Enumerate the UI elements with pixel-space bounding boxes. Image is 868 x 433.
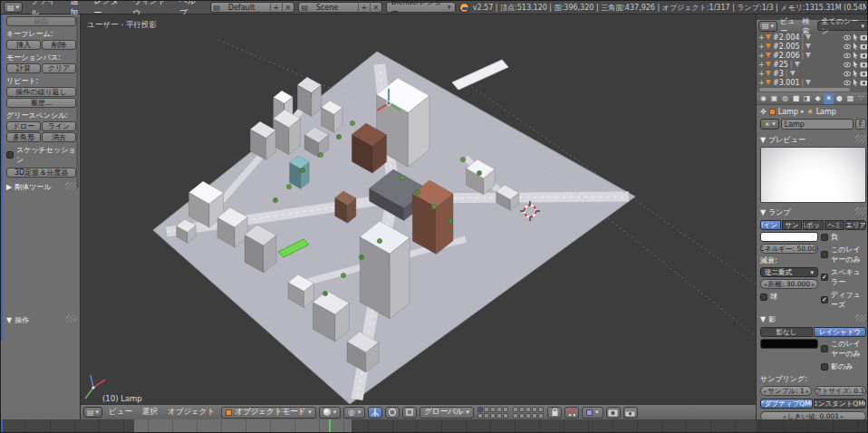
select-menu[interactable]: 選択 xyxy=(139,407,161,418)
manipulator-translate-button[interactable] xyxy=(368,407,382,419)
object-name[interactable]: #2.006 xyxy=(773,52,800,60)
camera-icon[interactable] xyxy=(860,62,868,68)
cursor-icon[interactable] xyxy=(853,52,858,59)
lamp-type-spot[interactable]: スポット xyxy=(803,220,824,230)
datablock-name-field[interactable]: Lamp xyxy=(781,119,854,130)
outliner-item[interactable]: +#3.001| xyxy=(758,78,868,87)
add-scene-button[interactable]: + xyxy=(358,2,370,13)
diffuse-checkbox[interactable]: ✓ xyxy=(821,296,828,303)
3d-viewport[interactable]: ユーザー・平行投影 (10) Lamp ▤ ▾ ビュー 選択 オブジェクト オブ… xyxy=(81,14,756,419)
cursor-icon[interactable] xyxy=(853,34,858,41)
breadcrumb-object[interactable]: Lamp xyxy=(778,108,798,116)
transform-orientation-dropdown[interactable]: グローバル ▾ xyxy=(420,407,474,419)
layer-toggle[interactable] xyxy=(490,407,496,412)
rigid-body-panel-header[interactable]: ▶ 剛体ツール xyxy=(6,182,76,192)
scene-selector[interactable]: ▤ Scene + × xyxy=(298,2,382,13)
outliner-scope-dropdown[interactable]: 全てのシーン ▾ xyxy=(817,21,868,31)
cursor-icon[interactable] xyxy=(853,79,858,86)
breadcrumb-data[interactable]: Lamp xyxy=(816,108,836,116)
negative-checkbox[interactable] xyxy=(821,234,828,241)
tab-object[interactable]: ■ xyxy=(791,93,801,104)
decrease-icon[interactable]: ◂ xyxy=(763,388,766,394)
operator-panel-header[interactable]: ▼ 操作 xyxy=(6,315,77,325)
adaptive-qmc-button[interactable]: アダプティブQMC xyxy=(760,399,813,409)
outliner-item[interactable]: +#3| xyxy=(758,69,868,78)
manipulator-rotate-button[interactable] xyxy=(385,407,400,419)
scene-browse-icon[interactable]: ▤ xyxy=(299,2,311,13)
increase-icon[interactable]: ▸ xyxy=(812,281,815,287)
this-layer-only-checkbox[interactable] xyxy=(821,251,828,258)
cursor-icon[interactable] xyxy=(853,61,858,68)
outliner-item[interactable]: +#2.005| xyxy=(758,42,868,51)
no-shadow-button[interactable]: 影なし xyxy=(760,327,813,337)
outliner-editor-type-button[interactable]: ▤ ▾ xyxy=(758,21,777,32)
insert-keyframe-button[interactable]: 挿入 xyxy=(6,40,41,50)
layer-toggle[interactable] xyxy=(503,413,508,419)
snap-toggle-button[interactable] xyxy=(564,407,579,419)
screen-browse-icon[interactable]: ▤ xyxy=(211,2,223,13)
specular-checkbox[interactable]: ✓ xyxy=(821,274,828,281)
delete-scene-button[interactable]: × xyxy=(370,2,381,13)
increase-icon[interactable]: ▸ xyxy=(841,413,844,419)
tab-world[interactable]: ◍ xyxy=(780,93,790,104)
only-shadow-checkbox[interactable] xyxy=(821,363,828,370)
object-name[interactable]: #3 xyxy=(773,70,784,78)
layer-toggle[interactable] xyxy=(503,407,508,412)
camera-icon[interactable] xyxy=(860,34,868,41)
samples-field[interactable]: ◂ サンプル: 1 ▸ xyxy=(760,386,812,396)
eye-icon[interactable] xyxy=(844,62,851,68)
lamp-browse-button[interactable]: ☀ ▾ xyxy=(760,119,779,130)
decrease-icon[interactable]: ◂ xyxy=(783,413,786,419)
lamp-type-sun[interactable]: サン xyxy=(782,220,803,230)
tab-constraints[interactable]: ◨ xyxy=(802,93,812,104)
layer-toggle[interactable] xyxy=(532,413,537,419)
fake-user-button[interactable]: F xyxy=(855,119,866,130)
panel-grip[interactable] xyxy=(855,135,866,142)
layer-toggle[interactable] xyxy=(513,407,518,412)
layer-toggle[interactable] xyxy=(477,413,483,419)
panel-grip[interactable] xyxy=(855,207,866,215)
gpencil-erase-button[interactable]: 消去 xyxy=(42,132,76,142)
expand-icon[interactable]: + xyxy=(758,70,764,78)
layer-toggle[interactable] xyxy=(497,407,502,412)
lamp-type-hemi[interactable]: ヘミ xyxy=(825,220,845,230)
preview-panel-header[interactable]: ▼ プレビュー xyxy=(760,135,866,145)
ruler-protractor-button[interactable]: 3D定規＆分度器 xyxy=(6,168,76,178)
ray-shadow-button[interactable]: レイシャドウ xyxy=(814,327,866,337)
eye-icon[interactable] xyxy=(844,80,851,86)
eye-icon[interactable] xyxy=(844,34,851,41)
object-name[interactable]: #2.005 xyxy=(773,43,800,51)
distance-field[interactable]: ◂ 距離: 30.000 ▸ xyxy=(760,279,818,289)
screen-name[interactable]: Default xyxy=(223,4,270,12)
tab-render[interactable]: ◉ xyxy=(758,93,768,104)
lamp-type-point[interactable]: ポイント xyxy=(760,220,781,230)
tab-texture[interactable]: ▩ xyxy=(845,93,855,104)
layer-toggle[interactable] xyxy=(497,413,502,419)
expand-icon[interactable]: + xyxy=(758,34,764,42)
layer-toggle[interactable] xyxy=(532,407,537,412)
constant-qmc-button[interactable]: コンスタントQMC xyxy=(814,399,866,409)
cursor-icon[interactable] xyxy=(853,70,858,77)
eye-icon[interactable] xyxy=(844,53,851,59)
energy-field[interactable]: ◂ エネルギー: 50.000 ▸ xyxy=(760,244,818,254)
camera-icon[interactable] xyxy=(860,71,868,77)
history-button[interactable]: 履歴... xyxy=(6,98,76,108)
mode-dropdown[interactable]: オブジェクトモード ▾ xyxy=(221,407,316,419)
object-name[interactable]: #3.001 xyxy=(773,79,800,87)
join-button[interactable]: 結合 xyxy=(6,16,76,26)
camera-icon[interactable] xyxy=(860,53,868,59)
camera-icon[interactable] xyxy=(860,43,868,50)
layer-toggle[interactable] xyxy=(538,413,544,419)
layer-toggle[interactable] xyxy=(538,407,544,412)
expand-icon[interactable]: + xyxy=(758,52,764,60)
tab-material[interactable]: ● xyxy=(834,93,844,104)
expand-icon[interactable]: + xyxy=(758,61,764,69)
snap-element-dropdown[interactable]: ▾ xyxy=(582,407,603,419)
repeat-last-button[interactable]: 操作の繰り返し xyxy=(6,87,76,97)
sphere-checkbox[interactable] xyxy=(760,293,767,301)
tab-modifiers[interactable]: ◆ xyxy=(813,93,823,104)
timeline[interactable] xyxy=(1,419,868,433)
scene-name[interactable]: Scene xyxy=(311,4,358,12)
layer-toggle[interactable] xyxy=(519,413,525,419)
lamp-type-area[interactable]: エリア xyxy=(845,220,866,230)
